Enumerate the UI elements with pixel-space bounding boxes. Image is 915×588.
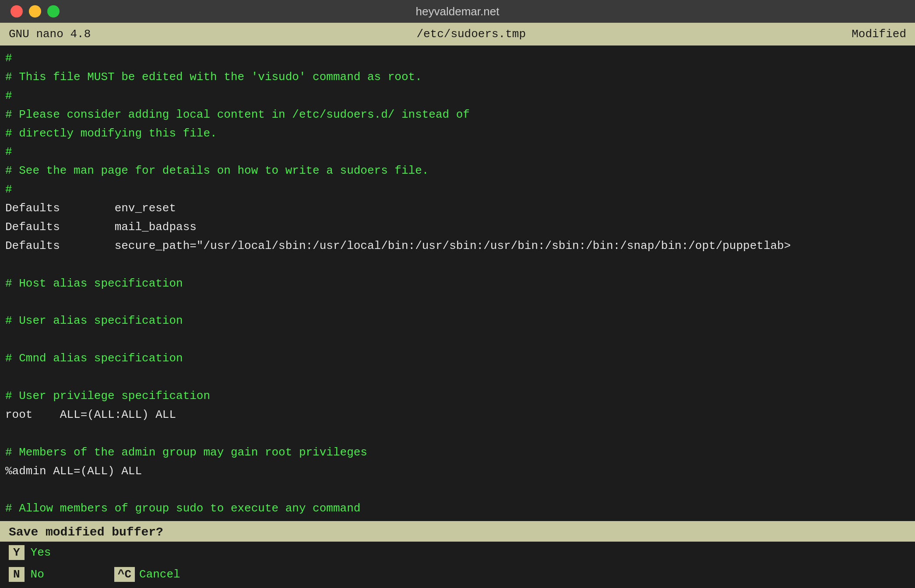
no-label: No [31, 568, 44, 581]
save-no-option[interactable]: N No ^C Cancel [0, 564, 915, 588]
save-options: Y Yes N No ^C Cancel [0, 542, 915, 588]
window-title: heyvaldemar.net [416, 5, 500, 18]
editor-content: # # This file MUST be edited with the 'v… [5, 49, 910, 521]
minimize-button[interactable] [29, 5, 41, 18]
nano-header-bar: GNU nano 4.8 /etc/sudoers.tmp Modified [0, 23, 915, 46]
yes-label: Yes [31, 546, 51, 559]
editor-area[interactable]: # # This file MUST be edited with the 'v… [0, 46, 915, 521]
terminal-window: heyvaldemar.net GNU nano 4.8 /etc/sudoer… [0, 0, 915, 588]
maximize-button[interactable] [47, 5, 60, 18]
cancel-label: Cancel [139, 568, 180, 581]
yes-key: Y [9, 545, 25, 560]
close-button[interactable] [11, 5, 23, 18]
nano-modified-status: Modified [852, 28, 906, 41]
traffic-lights [11, 5, 60, 18]
save-yes-option[interactable]: Y Yes [0, 542, 915, 564]
titlebar: heyvaldemar.net [0, 0, 915, 23]
save-prompt-area: Save modified buffer? Y Yes N No ^C Canc… [0, 521, 915, 588]
save-prompt-header: Save modified buffer? [0, 521, 915, 542]
nano-version: GNU nano 4.8 [9, 28, 91, 41]
no-key: N [9, 567, 25, 582]
cancel-option[interactable]: ^C Cancel [114, 567, 180, 582]
cancel-key: ^C [114, 567, 135, 582]
nano-filename: /etc/sudoers.tmp [91, 28, 852, 41]
